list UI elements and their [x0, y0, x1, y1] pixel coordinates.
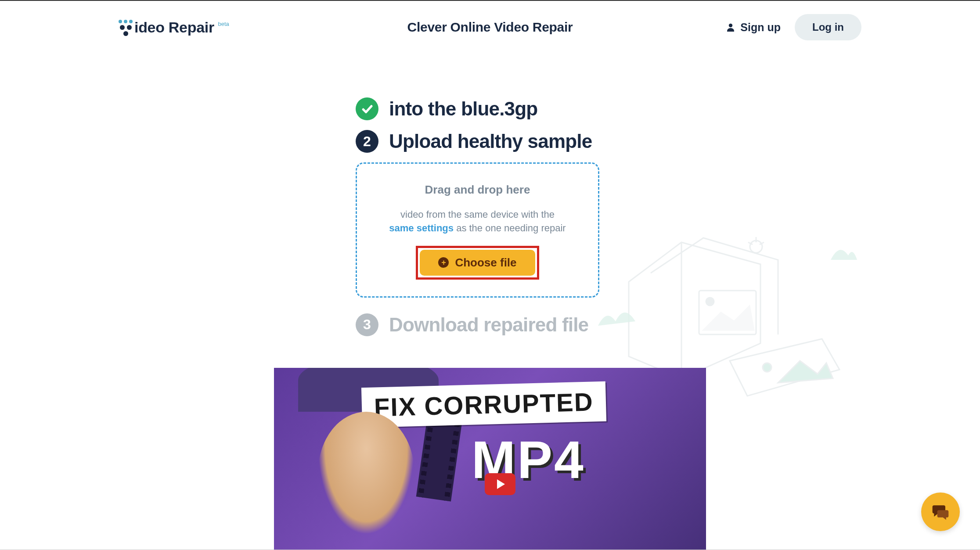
chat-button[interactable] [921, 492, 960, 531]
step-3-title: Download repaired file [389, 314, 588, 336]
logo-text: ideo Repair [134, 19, 214, 36]
video-thumbnail[interactable]: FIX CORRUPTED MP4 [274, 368, 706, 550]
choose-file-label: Choose file [455, 256, 516, 270]
same-settings-link[interactable]: same settings [389, 223, 454, 234]
signup-link[interactable]: Sign up [725, 21, 781, 34]
thumb-title-box: FIX CORRUPTED [361, 381, 606, 428]
header: ideo Repair beta Clever Online Video Rep… [0, 1, 980, 54]
choose-file-highlight: + Choose file [416, 246, 539, 280]
svg-point-4 [750, 241, 762, 253]
check-icon [356, 97, 378, 120]
main-content: into the blue.3gp 2 Upload healthy sampl… [356, 97, 645, 336]
step-2-badge: 2 [356, 130, 378, 153]
step-1-filename: into the blue.3gp [389, 98, 537, 120]
chat-icon [931, 502, 950, 521]
play-icon [485, 473, 515, 495]
step-3-row: 3 Download repaired file [356, 313, 645, 336]
page-title: Clever Online Video Repair [407, 20, 573, 35]
signup-label: Sign up [740, 21, 781, 34]
step-3-badge: 3 [356, 313, 378, 336]
plus-icon: + [438, 257, 449, 268]
dropzone-title: Drag and drop here [370, 183, 585, 197]
user-icon [725, 22, 736, 32]
thumb-title-line1: FIX CORRUPTED [374, 387, 594, 422]
svg-point-0 [729, 24, 732, 27]
choose-file-button[interactable]: + Choose file [420, 250, 535, 276]
svg-point-3 [763, 363, 771, 372]
logo-icon [119, 19, 133, 36]
logo-beta-badge: beta [218, 21, 229, 27]
dropzone-subtitle: video from the same device with the same… [370, 208, 585, 235]
step-2-title: Upload healthy sample [389, 130, 592, 152]
dropzone-sub-line1: video from the same device with the [400, 209, 555, 220]
login-button[interactable]: Log in [795, 14, 861, 40]
dropzone-sub-line2-rest: as the one needing repair [454, 223, 566, 234]
thumb-person-face [318, 412, 414, 535]
logo[interactable]: ideo Repair beta [119, 19, 214, 36]
header-actions: Sign up Log in [725, 14, 861, 40]
dropzone[interactable]: Drag and drop here video from the same d… [356, 162, 599, 298]
svg-rect-1 [699, 291, 756, 334]
svg-point-2 [706, 298, 714, 306]
step-2-row: 2 Upload healthy sample [356, 130, 645, 153]
step-1-row: into the blue.3gp [356, 97, 645, 120]
